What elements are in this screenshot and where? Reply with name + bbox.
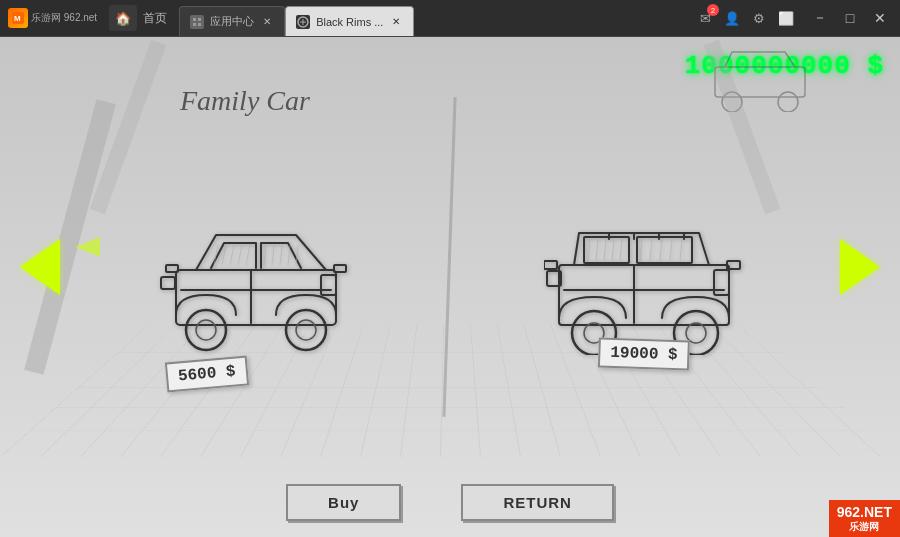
svg-line-53 [640, 239, 642, 261]
small-arrow-left [75, 237, 105, 257]
svg-line-26 [272, 245, 274, 265]
home-nav-button[interactable]: 🏠 [109, 5, 137, 31]
svg-line-51 [612, 239, 614, 261]
svg-line-55 [660, 239, 662, 261]
car-left: 5600 $ [156, 215, 356, 359]
watermark-brand: 乐游网 [849, 521, 879, 533]
svg-line-52 [620, 239, 622, 261]
svg-line-48 [588, 239, 590, 261]
svg-rect-2 [193, 18, 196, 21]
tab-game-close[interactable]: ✕ [389, 15, 403, 29]
bottom-buttons: Buy RETURN [0, 484, 900, 521]
cars-area: 5600 $ [80, 117, 820, 457]
game-container: 1000000000 $ Family Car [0, 37, 900, 537]
svg-rect-32 [637, 237, 692, 263]
price-tag-left: 5600 $ [165, 356, 249, 393]
vertical-divider [443, 97, 457, 417]
svg-line-28 [288, 245, 290, 265]
car-title: Family Car [180, 85, 310, 117]
tab-appstore-favicon [190, 15, 204, 29]
arrow-right-button[interactable] [840, 239, 880, 295]
watermark-site: 962.NET [837, 504, 892, 521]
tabs-container: 应用中心 ✕ Black Rims ... ✕ [175, 0, 685, 36]
svg-text:M: M [14, 14, 21, 23]
minimize-button[interactable]: － [806, 5, 834, 31]
window-controls: － □ ✕ [806, 5, 900, 31]
nav-home-label: 首页 [139, 10, 171, 27]
svg-line-49 [596, 239, 598, 261]
svg-point-10 [186, 310, 226, 350]
nav-buttons: 🏠 首页 [105, 5, 175, 31]
svg-rect-9 [176, 270, 336, 325]
arrow-left-button[interactable] [20, 239, 60, 295]
tab-appstore-label: 应用中心 [210, 14, 254, 29]
svg-marker-61 [75, 237, 100, 257]
svg-line-54 [650, 239, 652, 261]
browser-logo: M 乐游网 962.net [0, 8, 105, 28]
car-left-svg [156, 215, 356, 355]
mail-button[interactable]: ✉ 2 [693, 6, 717, 30]
svg-rect-5 [198, 23, 201, 26]
settings-button[interactable]: ⚙ [747, 6, 771, 30]
svg-point-60 [778, 92, 798, 112]
tab-appstore-close[interactable]: ✕ [260, 15, 274, 29]
svg-line-25 [264, 245, 266, 265]
car-right: 19000 $ [544, 215, 744, 359]
svg-line-50 [604, 239, 606, 261]
user-button[interactable]: 👤 [720, 6, 744, 30]
svg-rect-15 [161, 277, 175, 289]
svg-line-57 [680, 239, 682, 261]
svg-rect-3 [198, 18, 201, 21]
svg-line-27 [280, 245, 282, 265]
buy-button[interactable]: Buy [286, 484, 401, 521]
svg-line-22 [230, 245, 234, 265]
close-button[interactable]: ✕ [866, 5, 894, 31]
browser-chrome: M 乐游网 962.net 🏠 首页 应用中心 ✕ [0, 0, 900, 37]
logo-text: 乐游网 962.net [31, 11, 97, 25]
car-right-svg [544, 215, 744, 355]
svg-point-11 [196, 320, 216, 340]
svg-rect-30 [559, 265, 729, 325]
browser-actions: ✉ 2 👤 ⚙ ⬜ [685, 6, 806, 30]
svg-rect-4 [193, 23, 196, 26]
tab-appstore[interactable]: 应用中心 ✕ [179, 6, 285, 36]
svg-line-56 [670, 239, 672, 261]
screen-button[interactable]: ⬜ [774, 6, 798, 30]
return-button[interactable]: RETURN [461, 484, 614, 521]
tab-game[interactable]: Black Rims ... ✕ [285, 6, 414, 36]
tab-game-favicon [296, 15, 310, 29]
svg-line-24 [246, 245, 250, 265]
svg-rect-46 [544, 261, 557, 269]
watermark: 962.NET 乐游网 [829, 500, 900, 537]
svg-line-21 [222, 245, 226, 265]
tab-game-label: Black Rims ... [316, 16, 383, 28]
price-tag-right: 19000 $ [598, 337, 690, 370]
svg-line-23 [238, 245, 242, 265]
svg-rect-37 [714, 270, 729, 295]
svg-point-13 [296, 320, 316, 340]
svg-point-12 [286, 310, 326, 350]
maximize-button[interactable]: □ [836, 5, 864, 31]
notification-badge: 2 [707, 4, 719, 16]
logo-icon: M [8, 8, 28, 28]
svg-rect-14 [321, 275, 336, 295]
